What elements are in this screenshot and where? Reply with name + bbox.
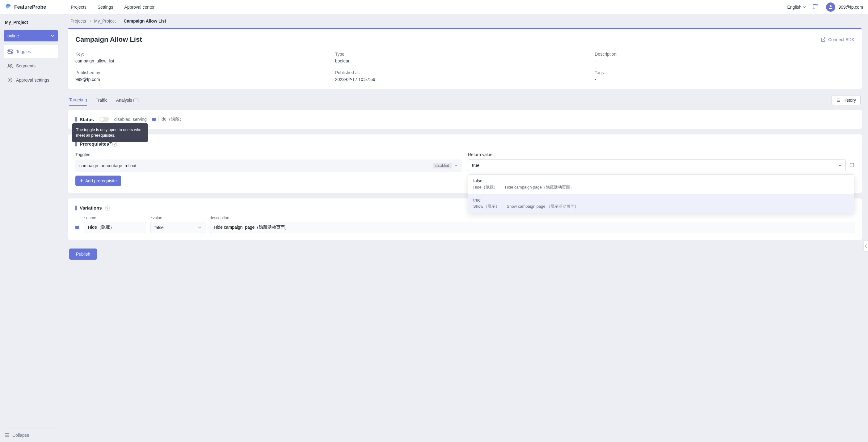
help-icon[interactable]: ? [112, 142, 117, 147]
topbar: FeatureProbe Projects Settings Approval … [0, 0, 868, 14]
meta-tags-label: Tags: [595, 70, 855, 75]
col-return-label: Return value [468, 152, 855, 157]
chevron-left-icon [865, 244, 868, 248]
meta-pubat-label: Published at: [335, 70, 595, 75]
main-content: Projects My_Project Campaign Allow List … [62, 14, 868, 442]
option-desc: Hide campaign page（隐藏活动页面） [505, 184, 574, 190]
collapse-label: Collapse [12, 433, 29, 438]
svg-point-5 [11, 52, 12, 53]
chevron-down-icon [198, 226, 202, 229]
svg-point-1 [830, 5, 832, 7]
meta-desc-label: Description: [595, 52, 855, 57]
meta-pubat-value: 2023-02-17 10:57:56 [335, 77, 595, 82]
add-prerequisite-button[interactable]: Add prerequisite [75, 176, 121, 186]
publish-button[interactable]: Publish [69, 248, 97, 260]
dropdown-option-false[interactable]: false Hide（隐藏）Hide campaign page（隐藏活动页面） [468, 175, 854, 194]
chevron-right-icon [89, 20, 92, 23]
header-card: Campaign Allow List Connect SDK Key:camp… [68, 28, 862, 89]
sidebar-label: Segments [16, 63, 35, 68]
publish-bar: Publish [62, 245, 868, 263]
history-label: History [842, 98, 856, 102]
breadcrumb: Projects My_Project Campaign Allow List [62, 14, 868, 28]
desc-col-label: description [210, 215, 855, 220]
status-pill-text: Hide（隐藏） [158, 117, 184, 122]
beta-badge-icon [133, 98, 138, 102]
option-name: Show（展示） [473, 204, 499, 209]
lang-select[interactable]: English [787, 5, 806, 9]
meta-type-value: boolean [335, 58, 595, 63]
connect-sdk-link[interactable]: Connect SDK [821, 37, 855, 42]
return-value-select[interactable]: true [468, 159, 846, 171]
nav-projects[interactable]: Projects [71, 5, 87, 9]
segments-icon [7, 63, 13, 69]
logo-icon [5, 3, 12, 11]
chevron-right-icon [118, 20, 121, 23]
meta-type-label: Type: [335, 52, 595, 57]
variation-value-select[interactable]: false [150, 222, 206, 233]
sidebar: My_Project online Toggles Segments Appro… [0, 14, 62, 442]
status-card: Status disabled, serving Hide（隐藏） The to… [68, 110, 862, 129]
meta-key-label: Key: [75, 52, 335, 57]
toggle-select[interactable]: campaign_percentage_rollout disabled [75, 159, 462, 172]
crumb-project[interactable]: My_Project [94, 19, 116, 24]
right-drawer-handle[interactable] [863, 240, 868, 252]
col-toggles-label: Toggles [75, 152, 462, 157]
return-value-dropdown: false Hide（隐藏）Hide campaign page（隐藏活动页面）… [468, 174, 855, 213]
help-icon[interactable]: ? [105, 206, 110, 210]
status-pill: Hide（隐藏） [152, 117, 184, 122]
sidebar-item-segments[interactable]: Segments [4, 59, 58, 72]
chevron-down-icon [51, 34, 54, 38]
status-heading: Status [75, 117, 94, 122]
brand-text: FeatureProbe [14, 4, 46, 10]
status-heading-text: Status [80, 117, 94, 122]
status-toggle[interactable] [99, 117, 109, 122]
option-value: true [473, 198, 849, 202]
collapse-sidebar[interactable]: Collapse [4, 428, 58, 442]
variations-heading-text: Variations [80, 205, 102, 210]
logo[interactable]: FeatureProbe [5, 3, 46, 11]
sidebar-item-approval-settings[interactable]: Approval settings [4, 73, 58, 87]
crumb-projects[interactable]: Projects [70, 19, 86, 24]
variation-name-input[interactable] [84, 222, 146, 233]
disabled-badge: disabled [433, 163, 452, 169]
dropdown-option-true[interactable]: true Show（展示）Show campaign page （展示活动页面） [468, 194, 854, 213]
minus-square-icon [849, 163, 855, 168]
page-title: Campaign Allow List [75, 35, 142, 43]
connect-icon [821, 37, 826, 42]
tabs-row: Targeting Traffic Analysis History [62, 94, 868, 110]
help-icon[interactable] [812, 3, 818, 10]
prereq-tooltip: The toggle is only open to users who mee… [72, 123, 148, 142]
svg-point-0 [816, 4, 818, 6]
env-select[interactable]: online [4, 30, 58, 41]
tab-analysis[interactable]: Analysis [116, 95, 138, 106]
svg-point-8 [9, 79, 11, 81]
nav-approval-center[interactable]: Approval center [124, 5, 154, 9]
meta-tags-value: - [595, 77, 855, 82]
meta-pubby-value: 999@fp.com [75, 77, 335, 82]
history-button[interactable]: History [832, 95, 861, 105]
option-desc: Show campaign page （展示活动页面） [507, 204, 579, 209]
tab-analysis-label: Analysis [116, 98, 132, 102]
variation-color-dot [75, 226, 79, 229]
connect-sdk-label: Connect SDK [828, 37, 855, 42]
toggles-icon [7, 49, 13, 54]
prereq-heading-text: Prerequisites [80, 141, 109, 147]
variation-value-text: false [154, 225, 164, 230]
sidebar-label: Approval settings [16, 78, 49, 83]
user-menu[interactable]: 999@fp.com [826, 2, 863, 12]
toggle-select-value: campaign_percentage_rollout [80, 163, 136, 168]
crumb-current: Campaign Allow List [124, 19, 166, 24]
remove-prereq-button[interactable] [849, 163, 855, 169]
variation-desc-input[interactable] [210, 222, 855, 233]
tab-targeting[interactable]: Targeting [69, 94, 87, 106]
sidebar-item-toggles[interactable]: Toggles [4, 45, 58, 58]
chevron-down-icon [803, 5, 806, 9]
nav-settings[interactable]: Settings [98, 5, 113, 9]
env-label: online [7, 33, 19, 38]
status-text: disabled, serving [114, 117, 147, 122]
gear-icon [7, 77, 13, 83]
list-icon [836, 98, 840, 102]
tab-traffic[interactable]: Traffic [96, 95, 107, 106]
prereq-card: Prerequisites ? Toggles campaign_percent… [68, 135, 862, 193]
option-name: Hide（隐藏） [473, 184, 498, 190]
